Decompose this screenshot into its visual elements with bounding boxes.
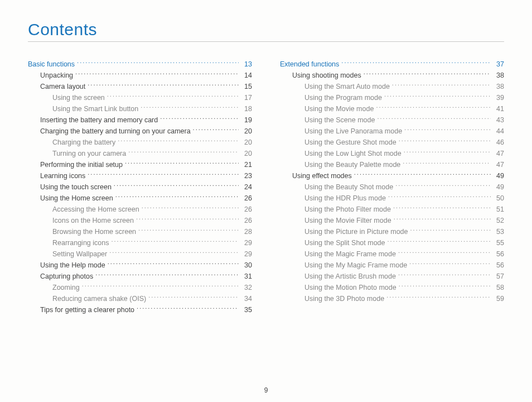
toc-entry[interactable]: Using the Smart Link button18 — [28, 103, 252, 114]
toc-label: Camera layout — [40, 81, 85, 92]
toc-dots — [384, 93, 491, 100]
toc-label: Using the My Magic Frame mode — [304, 260, 407, 271]
toc-entry[interactable]: Using the touch screen24 — [28, 181, 252, 193]
toc-page: 21 — [241, 159, 252, 170]
toc-page: 20 — [241, 137, 252, 148]
toc-entry[interactable]: Using the My Magic Frame mode56 — [280, 260, 504, 271]
toc-entry[interactable]: Basic functions13 — [28, 59, 252, 70]
toc-page: 23 — [241, 170, 252, 181]
toc-entry[interactable]: Using the Home screen26 — [28, 193, 252, 204]
toc-dots — [399, 283, 491, 290]
toc-entry[interactable]: Using shooting modes38 — [280, 70, 504, 81]
toc-page: 44 — [493, 126, 504, 137]
toc-entry[interactable]: Using effect modes49 — [280, 170, 504, 181]
toc-entry[interactable]: Using the Beauty Palette mode47 — [280, 159, 504, 170]
toc-dots — [109, 250, 239, 257]
toc-label: Using the screen — [52, 92, 105, 103]
toc-page: 51 — [493, 204, 504, 215]
toc-entry[interactable]: Capturing photos31 — [28, 271, 252, 282]
toc-entry[interactable]: Unpacking14 — [28, 70, 252, 81]
toc-dots — [376, 104, 491, 112]
toc-dots — [108, 261, 239, 268]
toc-entry[interactable]: Charging the battery and turning on your… — [28, 126, 252, 137]
toc-dots — [388, 194, 491, 201]
toc-page: 29 — [241, 237, 252, 248]
toc-entry[interactable]: Icons on the Home screen26 — [28, 215, 252, 226]
toc-entry[interactable]: Using the Picture in Picture mode53 — [280, 226, 504, 237]
toc-page: 29 — [241, 248, 252, 260]
toc-entry[interactable]: Using the Artistic Brush mode57 — [280, 271, 504, 282]
toc-page: 38 — [493, 70, 504, 81]
toc-entry[interactable]: Reducing camera shake (OIS)34 — [28, 293, 252, 304]
toc-label: Using the Low Light Shot mode — [304, 148, 402, 159]
toc-entry[interactable]: Using the Program mode39 — [280, 92, 504, 103]
toc-label: Using the Movie Filter mode — [304, 215, 391, 226]
toc-label: Performing the initial setup — [40, 159, 123, 170]
toc-entry[interactable]: Using the Gesture Shot mode46 — [280, 137, 504, 148]
toc-label: Using the Picture in Picture mode — [304, 226, 408, 237]
toc-entry[interactable]: Inserting the battery and memory card19 — [28, 114, 252, 126]
toc-label: Using the Smart Link button — [52, 103, 138, 114]
toc-page: 20 — [241, 148, 252, 159]
toc-entry[interactable]: Accessing the Home screen26 — [28, 204, 252, 215]
toc-entry[interactable]: Tips for getting a clearer photo35 — [28, 304, 252, 315]
toc-label: Using the Program mode — [304, 92, 382, 103]
toc-entry[interactable]: Performing the initial setup21 — [28, 159, 252, 170]
toc-entry[interactable]: Using the Photo Filter mode51 — [280, 204, 504, 215]
toc-label: Using the Motion Photo mode — [304, 282, 396, 293]
toc-page: 24 — [241, 181, 252, 193]
toc-entry[interactable]: Setting Wallpaper29 — [28, 248, 252, 260]
toc-entry[interactable]: Using the Magic Frame mode56 — [280, 248, 504, 260]
toc-entry[interactable]: Using the Help mode30 — [28, 260, 252, 271]
toc-entry[interactable]: Using the HDR Plus mode50 — [280, 193, 504, 204]
toc-entry[interactable]: Using the Split Shot mode55 — [280, 237, 504, 248]
toc-dots — [137, 305, 239, 313]
toc-label: Inserting the battery and memory card — [40, 114, 158, 126]
toc-label: Learning icons — [40, 170, 85, 181]
toc-dots — [148, 294, 239, 302]
toc-dots — [82, 283, 239, 290]
toc-entry[interactable]: Turning on your camera20 — [28, 148, 252, 159]
toc-entry[interactable]: Using the Low Light Shot mode47 — [280, 148, 504, 159]
toc-dots — [77, 60, 239, 67]
toc-dots — [404, 149, 491, 156]
toc-label: Using the Home screen — [40, 193, 113, 204]
toc-entry[interactable]: Using the 3D Photo mode59 — [280, 293, 504, 304]
toc-label: Using the Artistic Brush mode — [304, 271, 396, 282]
toc-page: 35 — [241, 304, 252, 315]
toc-entry[interactable]: Charging the battery20 — [28, 137, 252, 148]
toc-label: Extended functions — [280, 59, 339, 70]
toc-entry[interactable]: Camera layout15 — [28, 81, 252, 92]
toc-entry[interactable]: Using the screen17 — [28, 92, 252, 103]
toc-entry[interactable]: Using the Movie Filter mode52 — [280, 215, 504, 226]
toc-label: Using the Movie mode — [304, 103, 374, 114]
toc-entry[interactable]: Using the Movie mode41 — [280, 103, 504, 114]
toc-label: Charging the battery — [52, 137, 115, 148]
toc-entry[interactable]: Learning icons23 — [28, 170, 252, 181]
toc-label: Using the Live Panorama mode — [304, 126, 402, 137]
toc-entry[interactable]: Extended functions37 — [280, 59, 504, 70]
toc-entry[interactable]: Using the Beauty Shot mode49 — [280, 181, 504, 193]
toc-entry[interactable]: Zooming32 — [28, 282, 252, 293]
toc-dots — [393, 205, 491, 212]
toc-entry[interactable]: Browsing the Home screen28 — [28, 226, 252, 237]
toc-dots — [136, 216, 239, 223]
toc-entry[interactable]: Using the Motion Photo mode58 — [280, 282, 504, 293]
toc-label: Turning on your camera — [52, 148, 126, 159]
toc-entry[interactable]: Using the Live Panorama mode44 — [280, 126, 504, 137]
toc-entry[interactable]: Rearranging icons29 — [28, 237, 252, 248]
toc-entry[interactable]: Using the Smart Auto mode38 — [280, 81, 504, 92]
toc-dots — [111, 238, 239, 246]
toc-page: 19 — [241, 114, 252, 126]
toc-label: Using the HDR Plus mode — [304, 193, 386, 204]
toc-dots — [399, 138, 491, 145]
toc-dots — [75, 71, 239, 78]
toc-page: 46 — [493, 137, 504, 148]
toc-column-left: Basic functions13Unpacking14Camera layou… — [28, 59, 252, 315]
toc-label: Capturing photos — [40, 271, 93, 282]
toc-entry[interactable]: Using the Scene mode43 — [280, 114, 504, 126]
toc-dots — [125, 160, 239, 168]
toc-label: Icons on the Home screen — [52, 215, 134, 226]
toc-dots — [392, 82, 491, 89]
toc-label: Using the Beauty Shot mode — [304, 181, 393, 193]
